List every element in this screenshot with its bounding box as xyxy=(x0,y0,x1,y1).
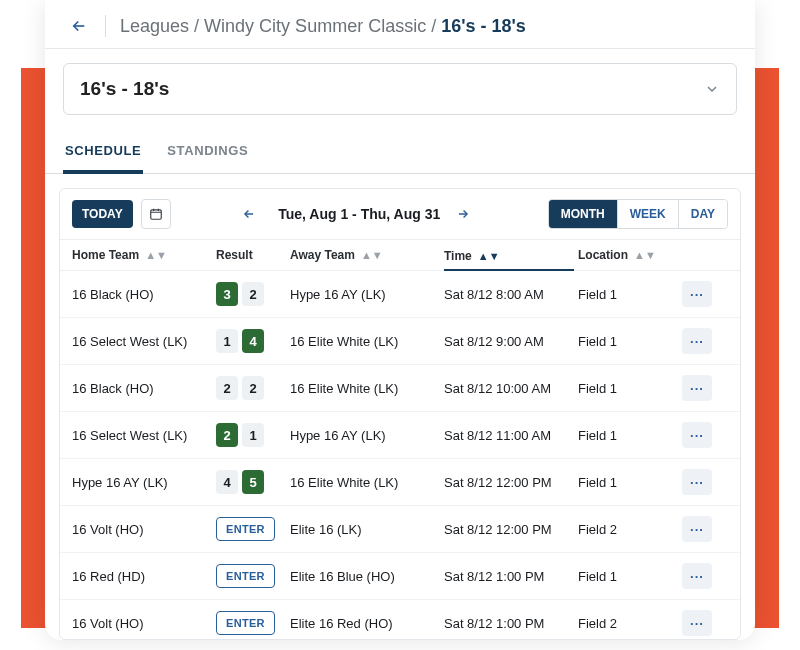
cell-location: Field 1 xyxy=(578,428,678,443)
row-actions-button[interactable]: ··· xyxy=(682,328,712,354)
cell-home: 16 Select West (LK) xyxy=(72,428,212,443)
cell-result: ENTER xyxy=(216,517,286,541)
col-home[interactable]: Home Team▲▼ xyxy=(72,248,212,262)
cell-time: Sat 8/12 8:00 AM xyxy=(444,287,574,302)
cell-away: 16 Elite White (LK) xyxy=(290,475,440,490)
chevron-down-icon xyxy=(704,81,720,97)
sort-icon: ▲▼ xyxy=(361,252,383,258)
cell-result: 21 xyxy=(216,423,286,447)
breadcrumb: Leagues / Windy City Summer Classic / 16… xyxy=(45,0,755,49)
cell-location: Field 1 xyxy=(578,475,678,490)
table-body: 16 Black (HO)32Hype 16 AY (LK)Sat 8/12 8… xyxy=(60,271,740,640)
row-actions-button[interactable]: ··· xyxy=(682,375,712,401)
row-actions-button[interactable]: ··· xyxy=(682,563,712,589)
table-row: Hype 16 AY (LK)4516 Elite White (LK)Sat … xyxy=(60,459,740,506)
row-actions-button[interactable]: ··· xyxy=(682,516,712,542)
cell-result: ENTER xyxy=(216,564,286,588)
table-row: 16 Black (HO)32Hype 16 AY (LK)Sat 8/12 8… xyxy=(60,271,740,318)
col-away[interactable]: Away Team▲▼ xyxy=(290,248,440,262)
view-week-button[interactable]: WEEK xyxy=(617,200,678,228)
cell-away: Hype 16 AY (LK) xyxy=(290,428,440,443)
cell-away: 16 Elite White (LK) xyxy=(290,381,440,396)
col-time[interactable]: Time▲▼ xyxy=(444,248,574,271)
score-home: 2 xyxy=(216,376,238,400)
row-actions-button[interactable]: ··· xyxy=(682,281,712,307)
cell-time: Sat 8/12 11:00 AM xyxy=(444,428,574,443)
cell-home: 16 Volt (HO) xyxy=(72,522,212,537)
score-away: 4 xyxy=(242,329,264,353)
prev-range-button[interactable] xyxy=(242,207,262,221)
cell-home: 16 Volt (HO) xyxy=(72,616,212,631)
tab-schedule[interactable]: SCHEDULE xyxy=(63,133,143,174)
col-location[interactable]: Location▲▼ xyxy=(578,248,678,262)
cell-home: 16 Select West (LK) xyxy=(72,334,212,349)
cell-result: 32 xyxy=(216,282,286,306)
tab-standings[interactable]: STANDINGS xyxy=(165,133,250,173)
cell-result: 14 xyxy=(216,329,286,353)
cell-away: 16 Elite White (LK) xyxy=(290,334,440,349)
cell-time: Sat 8/12 1:00 PM xyxy=(444,616,574,631)
cell-home: Hype 16 AY (LK) xyxy=(72,475,212,490)
score-home: 3 xyxy=(216,282,238,306)
division-dropdown[interactable]: 16's - 18's xyxy=(63,63,737,115)
calendar-icon xyxy=(149,207,163,221)
score-home: 1 xyxy=(216,329,238,353)
table-header: Home Team▲▼ Result Away Team▲▼ Time▲▼ Lo… xyxy=(60,239,740,271)
cell-away: Hype 16 AY (LK) xyxy=(290,287,440,302)
score-away: 5 xyxy=(242,470,264,494)
col-result: Result xyxy=(216,248,286,262)
breadcrumb-leagues[interactable]: Leagues xyxy=(120,16,189,36)
table-row: 16 Volt (HO)ENTERElite 16 (LK)Sat 8/12 1… xyxy=(60,506,740,553)
row-actions-button[interactable]: ··· xyxy=(682,610,712,636)
table-row: 16 Red (HD)ENTERElite 16 Blue (HO)Sat 8/… xyxy=(60,553,740,600)
enter-result-button[interactable]: ENTER xyxy=(216,611,275,635)
sort-icon: ▲▼ xyxy=(478,253,500,259)
score-away: 2 xyxy=(242,376,264,400)
cell-result: 45 xyxy=(216,470,286,494)
sort-icon: ▲▼ xyxy=(145,252,167,258)
tabs: SCHEDULE STANDINGS xyxy=(45,133,755,174)
cell-away: Elite 16 (LK) xyxy=(290,522,440,537)
arrow-left-icon xyxy=(70,17,88,35)
back-button[interactable] xyxy=(67,14,91,38)
cell-time: Sat 8/12 10:00 AM xyxy=(444,381,574,396)
score-away: 2 xyxy=(242,282,264,306)
calendar-button[interactable] xyxy=(141,199,171,229)
division-dropdown-label: 16's - 18's xyxy=(80,78,169,100)
view-day-button[interactable]: DAY xyxy=(678,200,727,228)
arrow-right-icon xyxy=(456,207,470,221)
divider xyxy=(105,15,106,37)
cell-home: 16 Black (HO) xyxy=(72,381,212,396)
schedule-toolbar: TODAY Tue, Aug 1 - Thu, Aug 31 MONTH WEE… xyxy=(60,189,740,239)
score-away: 1 xyxy=(242,423,264,447)
breadcrumb-league[interactable]: Windy City Summer Classic xyxy=(204,16,426,36)
cell-location: Field 1 xyxy=(578,381,678,396)
next-range-button[interactable] xyxy=(456,207,476,221)
breadcrumb-division: 16's - 18's xyxy=(441,16,526,36)
cell-location: Field 1 xyxy=(578,287,678,302)
score-home: 4 xyxy=(216,470,238,494)
cell-home: 16 Black (HO) xyxy=(72,287,212,302)
today-button[interactable]: TODAY xyxy=(72,200,133,228)
cell-time: Sat 8/12 1:00 PM xyxy=(444,569,574,584)
cell-result: ENTER xyxy=(216,611,286,635)
cell-location: Field 2 xyxy=(578,616,678,631)
row-actions-button[interactable]: ··· xyxy=(682,422,712,448)
cell-location: Field 2 xyxy=(578,522,678,537)
view-month-button[interactable]: MONTH xyxy=(549,200,617,228)
cell-time: Sat 8/12 9:00 AM xyxy=(444,334,574,349)
table-row: 16 Black (HO)2216 Elite White (LK)Sat 8/… xyxy=(60,365,740,412)
cell-away: Elite 16 Blue (HO) xyxy=(290,569,440,584)
app-card: Leagues / Windy City Summer Classic / 16… xyxy=(45,0,755,640)
svg-rect-0 xyxy=(150,210,161,219)
enter-result-button[interactable]: ENTER xyxy=(216,517,275,541)
score-home: 2 xyxy=(216,423,238,447)
cell-time: Sat 8/12 12:00 PM xyxy=(444,475,574,490)
date-range-label: Tue, Aug 1 - Thu, Aug 31 xyxy=(278,206,440,222)
enter-result-button[interactable]: ENTER xyxy=(216,564,275,588)
cell-result: 22 xyxy=(216,376,286,400)
table-row: 16 Volt (HO)ENTERElite 16 Red (HO)Sat 8/… xyxy=(60,600,740,640)
row-actions-button[interactable]: ··· xyxy=(682,469,712,495)
cell-time: Sat 8/12 12:00 PM xyxy=(444,522,574,537)
cell-location: Field 1 xyxy=(578,569,678,584)
